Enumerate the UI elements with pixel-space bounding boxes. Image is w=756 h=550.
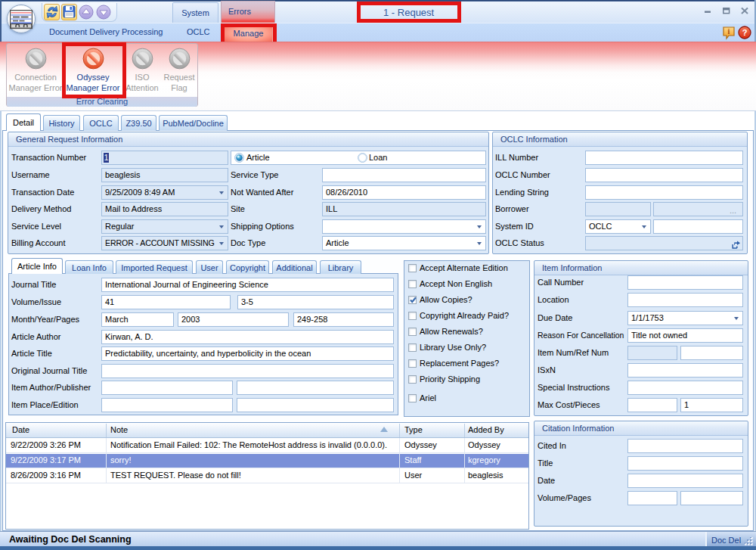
svg-text:i: i [728,27,730,36]
svg-text:?: ? [742,28,748,37]
